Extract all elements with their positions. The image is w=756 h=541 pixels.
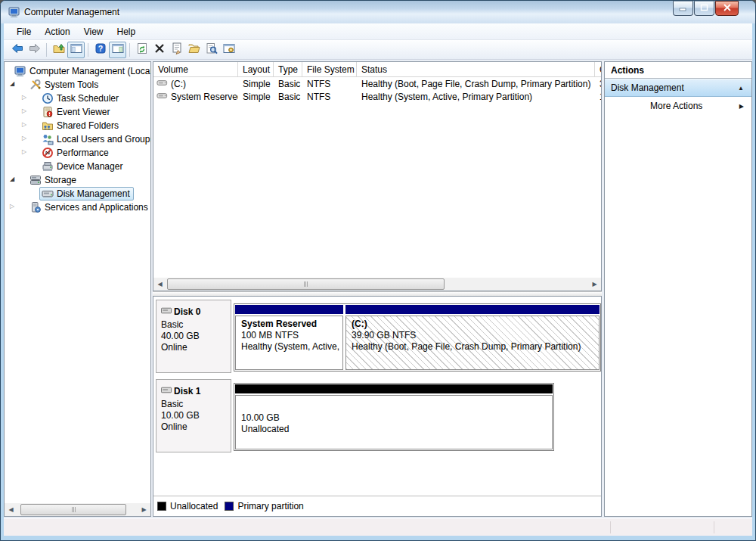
tree-node[interactable]: Shared Folders — [39, 119, 122, 132]
disk-status: Online — [161, 421, 231, 433]
tree-item-local-users-and-groups[interactable]: ▷Local Users and Groups — [5, 132, 150, 146]
disk-label-disk-1[interactable]: Disk 1Basic10.00 GBOnline — [156, 379, 231, 452]
minimize-icon — [679, 3, 688, 14]
expand-arrow-icon[interactable]: ▷ — [20, 94, 29, 101]
menu-file[interactable]: File — [10, 24, 38, 39]
tree-item-storage[interactable]: ◢Storage — [5, 173, 150, 187]
local-users-icon — [42, 133, 54, 145]
column-header-layout[interactable]: Layout — [238, 62, 274, 76]
partition-c[interactable]: (C:)39.90 GB NTFSHealthy (Boot, Page Fil… — [345, 305, 600, 370]
tree-node[interactable]: Performance — [39, 146, 113, 160]
disk-name: Disk 0 — [174, 306, 200, 318]
tree-item-disk-management[interactable]: Disk Management — [5, 187, 150, 201]
column-header-volume[interactable]: Volume — [153, 62, 238, 76]
volume-row-system-reserved[interactable]: System ReservedSimpleBasicNTFSHealthy (S… — [153, 90, 601, 103]
column-header-capacity[interactable]: Capacity — [595, 62, 602, 76]
scroll-right-icon[interactable]: ▶ — [138, 503, 150, 516]
list-scroll-thumb[interactable] — [167, 278, 445, 290]
help-button[interactable]: ? — [91, 42, 109, 58]
properties-button[interactable] — [168, 42, 185, 58]
expand-arrow-icon[interactable]: ▷ — [8, 203, 17, 210]
submenu-arrow-icon: ▶ — [739, 103, 744, 110]
disk-icon — [161, 384, 172, 399]
tree-horizontal-scrollbar[interactable]: ◀ ▶ — [5, 503, 150, 516]
scroll-left-icon[interactable]: ◀ — [5, 503, 17, 516]
menu-view[interactable]: View — [77, 24, 110, 39]
expand-arrow-icon[interactable]: ▷ — [20, 148, 29, 156]
tree-node[interactable]: Computer Management (Local — [12, 64, 151, 78]
delete-button[interactable] — [150, 42, 168, 58]
settings-button[interactable] — [220, 42, 237, 58]
up-one-level-button[interactable] — [50, 42, 67, 58]
settings-icon — [223, 42, 235, 57]
expand-arrow-icon[interactable]: ▷ — [20, 135, 29, 142]
back-button[interactable] — [8, 42, 26, 58]
disk-label-disk-0[interactable]: Disk 0Basic40.00 GBOnline — [156, 300, 231, 373]
cell-status: Healthy (System, Active, Primary Partiti… — [357, 92, 595, 102]
expand-arrow-icon[interactable]: ▷ — [20, 107, 29, 115]
find-button[interactable] — [203, 42, 220, 58]
scroll-right-icon[interactable]: ▶ — [588, 278, 601, 291]
maximize-button[interactable] — [694, 1, 714, 16]
minimize-button[interactable] — [673, 1, 693, 16]
list-horizontal-scrollbar[interactable]: ◀ ▶ — [153, 278, 601, 291]
tree-item-system-tools[interactable]: ◢System Tools — [5, 78, 150, 92]
tree-node[interactable]: Services and Applications — [27, 201, 151, 214]
scroll-left-icon[interactable]: ◀ — [153, 278, 166, 291]
tree-node[interactable]: Storage — [27, 173, 80, 187]
tree-scroll-thumb[interactable] — [20, 504, 126, 515]
tree-item-device-manager[interactable]: Device Manager — [5, 160, 150, 173]
collapse-arrow-icon[interactable]: ◢ — [8, 80, 17, 88]
tree-node[interactable]: System Tools — [27, 78, 102, 92]
disk-type: Basic — [161, 399, 231, 410]
partition-system-reserved[interactable]: System Reserved100 MB NTFSHealthy (Syste… — [235, 305, 343, 370]
tree-node[interactable]: Device Manager — [39, 160, 126, 173]
partition-unallocated[interactable]: 10.00 GBUnallocated — [235, 384, 553, 449]
disk-name: Disk 1 — [174, 386, 200, 397]
tree-node[interactable]: Task Scheduler — [39, 92, 122, 105]
open-icon — [188, 42, 200, 57]
column-header-file-system[interactable]: File System — [302, 62, 357, 76]
partition-size: 10.00 GB — [241, 412, 552, 424]
partition-info: System Reserved100 MB NTFSHealthy (Syste… — [235, 316, 343, 370]
open-button[interactable] — [185, 42, 203, 58]
status-bar — [4, 518, 752, 536]
tree-node[interactable]: Local Users and Groups — [39, 132, 151, 146]
tree-item-performance[interactable]: ▷Performance — [5, 146, 150, 160]
partition-type-bar — [235, 384, 553, 393]
forward-button[interactable] — [26, 42, 43, 58]
menu-bar: FileActionViewHelp — [4, 23, 752, 40]
refresh-button[interactable] — [133, 42, 150, 58]
close-button[interactable] — [715, 1, 739, 16]
tree-item-services-and-applications[interactable]: ▷Services and Applications — [5, 201, 150, 214]
actions-group-disk-management[interactable]: Disk Management ▲ — [605, 79, 751, 97]
show-console-tree-button[interactable] — [67, 42, 85, 58]
tree-item-computer-management-local[interactable]: ◢Computer Management (Local — [5, 64, 150, 78]
column-header-type[interactable]: Type — [274, 62, 302, 76]
volume-row-c[interactable]: (C:)SimpleBasicNTFSHealthy (Boot, Page F… — [153, 77, 601, 90]
menu-action[interactable]: Action — [38, 24, 76, 39]
tree-item-event-viewer[interactable]: ▷Event Viewer — [5, 105, 150, 119]
show-action-pane-button[interactable] — [109, 42, 126, 58]
volume-list-header: VolumeLayoutTypeFile SystemStatusCapacit… — [153, 62, 601, 77]
volume-icon — [156, 77, 168, 91]
actions-panel: Actions Disk Management ▲ More Actions ▶ — [604, 61, 752, 517]
tree-node[interactable]: Event Viewer — [39, 105, 113, 119]
expand-arrow-icon[interactable]: ▷ — [20, 121, 29, 129]
up-one-level-icon — [53, 42, 65, 57]
column-header-status[interactable]: Status — [357, 62, 595, 76]
content-area: ◢Computer Management (Local◢System Tools… — [4, 60, 752, 518]
tree-item-shared-folders[interactable]: ▷Shared Folders — [5, 119, 150, 132]
tree-item-label: Performance — [57, 148, 109, 158]
tree-item-label: Local Users and Groups — [57, 134, 151, 145]
tree-item-label: Device Manager — [57, 161, 122, 172]
tree-node[interactable]: Disk Management — [39, 187, 134, 201]
collapse-arrow-icon[interactable]: ▲ — [738, 85, 744, 92]
tree-item-task-scheduler[interactable]: ▷Task Scheduler — [5, 92, 150, 105]
shared-folders-icon — [42, 120, 54, 132]
more-actions-item[interactable]: More Actions ▶ — [605, 97, 751, 115]
menu-help[interactable]: Help — [110, 24, 143, 39]
tree-item-label: Shared Folders — [57, 120, 119, 131]
collapse-arrow-icon[interactable]: ◢ — [8, 176, 17, 183]
caption-buttons — [672, 1, 739, 16]
